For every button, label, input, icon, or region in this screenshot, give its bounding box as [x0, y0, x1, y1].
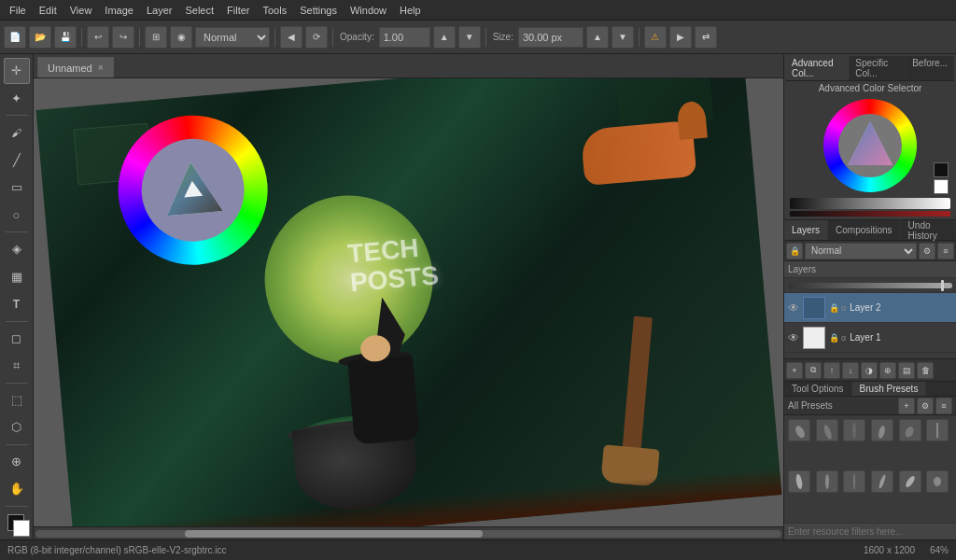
color-fg-bg[interactable]	[4, 511, 30, 536]
menu-layer[interactable]: Layer	[141, 3, 178, 18]
brush-10[interactable]	[899, 470, 921, 493]
size-input[interactable]	[518, 27, 583, 48]
canvas-tab-unnamed[interactable]: Unnamed ×	[37, 57, 114, 77]
menu-file[interactable]: File	[4, 3, 32, 18]
tab-brush-presets[interactable]: Brush Presets	[852, 382, 927, 396]
menu-help[interactable]: Help	[394, 3, 427, 18]
brush-9[interactable]	[871, 470, 893, 493]
tool-freehand-brush[interactable]: 🖌	[4, 119, 30, 146]
tool-gradient[interactable]: ▦	[4, 264, 30, 290]
layer-1-visibility[interactable]: 👁	[788, 331, 799, 344]
opacity-input[interactable]	[379, 27, 430, 48]
opacity-up[interactable]: ▲	[433, 26, 456, 49]
color-tab-before[interactable]: Before...	[907, 56, 954, 80]
brush-8[interactable]	[843, 470, 865, 493]
refresh-btn[interactable]: ⟳	[305, 26, 328, 49]
horizontal-scrollbar[interactable]	[34, 526, 783, 539]
tool-cursor[interactable]: ✛	[4, 58, 30, 84]
grid-button[interactable]: ⊞	[145, 26, 167, 49]
redo-button[interactable]: ↪	[112, 26, 134, 49]
brush-6[interactable]	[788, 470, 810, 493]
menu-settings[interactable]: Settings	[294, 3, 343, 18]
layer-item-1[interactable]: 👁 🔒 α Layer 1	[784, 323, 956, 353]
layer-lock-btn[interactable]: 🔒	[786, 243, 803, 259]
blend-mode-select[interactable]: Normal	[195, 27, 270, 48]
flat-btn[interactable]: ▤	[898, 362, 915, 379]
color-strip-red[interactable]	[790, 211, 950, 217]
menu-edit[interactable]: Edit	[34, 3, 63, 18]
brush-11[interactable]	[926, 470, 949, 493]
undo-button[interactable]: ↩	[87, 26, 109, 49]
opacity-down[interactable]: ▼	[458, 26, 481, 49]
size-down[interactable]: ▼	[612, 26, 634, 49]
panel-color-wheel-inner	[838, 114, 902, 177]
mask-btn[interactable]: ◑	[861, 362, 878, 379]
tab-compositions[interactable]: Compositions	[828, 220, 901, 240]
tool-crop[interactable]: ⌗	[4, 353, 30, 379]
menu-window[interactable]: Window	[344, 3, 392, 18]
tool-pan[interactable]: ✋	[4, 476, 30, 502]
brush-4[interactable]	[899, 419, 921, 441]
prev-btn[interactable]: ◀	[280, 26, 302, 49]
presets-panel-btn[interactable]: ≡	[935, 398, 952, 414]
view-button[interactable]: ◉	[170, 26, 192, 49]
brush-2[interactable]	[843, 419, 865, 441]
layer-settings-btn[interactable]: ⚙	[919, 243, 935, 259]
size-up[interactable]: ▲	[586, 26, 609, 49]
color-wheel-overlay[interactable]	[111, 109, 273, 271]
brush-0[interactable]	[788, 419, 810, 441]
tool-text[interactable]: T	[4, 291, 30, 317]
merge-btn[interactable]: ⊕	[879, 362, 896, 379]
down-layer-btn[interactable]: ↓	[842, 362, 859, 379]
tool-select-rect[interactable]: ⬚	[4, 387, 30, 413]
up-layer-btn[interactable]: ↑	[823, 362, 840, 379]
menu-select[interactable]: Select	[179, 3, 219, 18]
tool-select-freehand[interactable]: ⬡	[4, 414, 30, 441]
layer-2-visibility[interactable]: 👁	[788, 301, 799, 315]
brush-1[interactable]	[816, 419, 838, 441]
tool-rectangle[interactable]: ▭	[4, 175, 30, 201]
color-tab-advanced[interactable]: Advanced Col...	[786, 56, 850, 80]
layer-mode-select[interactable]: Normal	[805, 243, 917, 259]
mirror-btn[interactable]: ⇄	[695, 26, 717, 49]
delete-layer-btn[interactable]: 🗑	[917, 362, 934, 379]
layer-item-2[interactable]: 👁 🔒 α Layer 2	[784, 293, 956, 323]
layer-2-name[interactable]: Layer 2	[850, 302, 952, 313]
tool-eraser[interactable]: ◻	[4, 326, 30, 352]
tool-ellipse[interactable]: ○	[4, 203, 30, 229]
scrollbar-thumb[interactable]	[185, 530, 484, 538]
canvas-wrapper[interactable]: TECH POSTS	[34, 78, 783, 526]
menu-tools[interactable]: Tools	[258, 3, 293, 18]
tool-fill[interactable]: ◈	[4, 236, 30, 262]
warn-btn[interactable]: ⚠	[644, 26, 667, 49]
menu-image[interactable]: Image	[99, 3, 139, 18]
presets-add-btn[interactable]: +	[898, 398, 915, 414]
brush-3[interactable]	[871, 419, 893, 441]
color-wheel-panel[interactable]	[786, 95, 954, 196]
menu-filter[interactable]: Filter	[221, 3, 255, 18]
menu-view[interactable]: View	[64, 3, 98, 18]
layer-panel-btn[interactable]: ≡	[937, 243, 954, 259]
add-layer-btn[interactable]: +	[786, 362, 803, 379]
tab-close-button[interactable]: ×	[98, 63, 104, 73]
opacity-slider-track[interactable]	[788, 283, 952, 288]
open-file-button[interactable]: 📂	[29, 26, 51, 49]
tab-layers[interactable]: Layers	[784, 220, 828, 240]
color-strip-gray[interactable]	[790, 198, 950, 209]
preset-search-input[interactable]	[784, 523, 956, 539]
tool-line[interactable]: ╱	[4, 147, 30, 174]
layer-1-name[interactable]: Layer 1	[850, 332, 952, 343]
tool-zoom[interactable]: ⊕	[4, 449, 30, 475]
color-tab-specific[interactable]: Specific Col...	[850, 56, 907, 80]
brush-7[interactable]	[816, 470, 838, 493]
save-button[interactable]: 💾	[54, 26, 77, 49]
tab-undo-history[interactable]: Undo History	[901, 220, 956, 240]
opacity-slider-thumb[interactable]	[941, 280, 944, 291]
copy-layer-btn[interactable]: ⧉	[805, 362, 822, 379]
play-btn[interactable]: ▶	[669, 26, 692, 49]
tool-move[interactable]: ✦	[4, 86, 30, 112]
presets-settings-btn[interactable]: ⚙	[917, 398, 934, 414]
new-file-button[interactable]: 📄	[4, 26, 26, 49]
brush-5[interactable]	[926, 419, 949, 441]
tab-tool-options[interactable]: Tool Options	[784, 382, 852, 396]
